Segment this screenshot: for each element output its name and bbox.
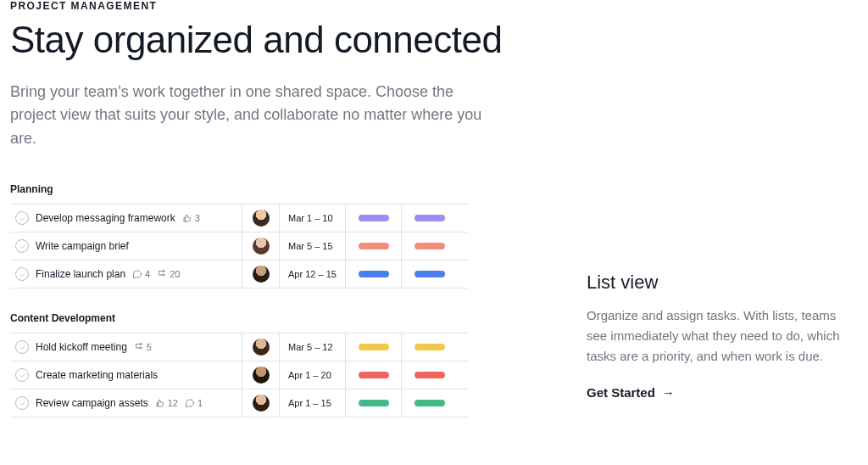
likes-count: 12 [168,398,178,408]
check-circle-icon[interactable] [15,368,29,382]
task-title-cell: Create marketing materials [10,361,242,389]
date-cell: Mar 5 – 15 [280,232,346,260]
task-title: Write campaign brief [36,240,129,252]
assignee-cell [242,232,280,260]
task-title: Finalize launch plan [36,268,125,280]
tag-cell [402,261,458,288]
task-title-cell: Review campaign assets121 [10,389,242,417]
check-circle-icon[interactable] [15,267,29,281]
avatar [253,395,270,412]
color-pill [359,215,389,221]
tag-cell [402,389,458,417]
task-title: Create marketing materials [36,369,158,381]
eyebrow-label: PROJECT MANAGEMENT [10,0,536,12]
task-title-cell: Finalize launch plan420 [10,261,242,288]
color-pill [359,372,389,378]
color-pill [415,372,445,378]
section-label: Content Development [10,312,468,324]
comment-icon: 1 [185,398,203,408]
tag-cell [346,361,402,389]
assignee-cell [242,389,280,417]
avatar [253,238,270,255]
color-pill [415,344,445,350]
task-row[interactable]: Finalize launch plan420Apr 12 – 15 [10,261,468,289]
subtasks-count: 5 [147,342,152,352]
date-cell: Mar 1 – 10 [280,204,346,232]
svg-point-2 [140,344,142,345]
tag-cell [402,232,458,260]
task-title: Hold kickoff meeting [36,341,127,353]
date-cell: Apr 1 – 20 [280,361,346,389]
task-table: Develop messaging framework3Mar 1 – 10Wr… [10,204,468,289]
task-table: Hold kickoff meeting5Mar 5 – 12Create ma… [10,333,468,417]
sidebar-body: Organize and assign tasks. With lists, t… [587,305,851,367]
assignee-cell [242,204,280,232]
arrow-right-icon: → [662,385,675,400]
svg-point-0 [163,271,164,272]
color-pill [415,400,445,406]
color-pill [415,271,445,277]
likes-count: 3 [195,213,200,223]
color-pill [359,400,389,406]
task-row[interactable]: Hold kickoff meeting5Mar 5 – 12 [10,333,468,361]
task-title: Review campaign assets [36,397,148,409]
sidebar-heading: List view [587,272,851,294]
color-pill [359,271,389,277]
date-cell: Mar 5 – 12 [280,333,346,361]
task-list: PlanningDevelop messaging framework3Mar … [10,183,468,417]
tag-cell [346,261,402,288]
svg-point-3 [140,347,142,349]
section-label: Planning [10,183,468,195]
avatar [253,367,270,384]
color-pill [359,243,389,249]
subtasks-icon: 20 [157,269,180,279]
avatar [253,210,270,227]
date-cell: Apr 1 – 15 [280,389,346,417]
tag-cell [346,204,402,232]
date-cell: Apr 12 – 15 [280,261,346,288]
subtasks-count: 20 [170,269,180,279]
check-circle-icon[interactable] [15,396,29,410]
tag-cell [402,333,458,361]
tag-cell [402,204,458,232]
task-row[interactable]: Review campaign assets121Apr 1 – 15 [10,389,468,417]
task-row[interactable]: Develop messaging framework3Mar 1 – 10 [10,204,468,232]
assignee-cell [242,261,280,288]
comments-count: 1 [198,398,203,408]
assignee-cell [242,333,280,361]
subtasks-icon: 5 [134,342,152,352]
avatar [253,339,270,356]
check-circle-icon[interactable] [15,239,29,253]
tag-cell [346,232,402,260]
tag-cell [346,333,402,361]
comment-icon: 4 [132,269,150,279]
page-headline: Stay organized and connected [10,19,536,62]
comments-count: 4 [145,269,150,279]
color-pill [415,215,445,221]
page-subhead: Bring your team’s work together in one s… [10,81,485,152]
get-started-link[interactable]: Get Started → [587,385,675,400]
tag-cell [402,361,458,389]
check-circle-icon[interactable] [15,340,29,354]
color-pill [415,243,445,249]
task-title-cell: Hold kickoff meeting5 [10,333,242,361]
thumbs-up-icon: 3 [182,213,200,223]
task-row[interactable]: Create marketing materialsApr 1 – 20 [10,361,468,389]
color-pill [359,344,389,350]
avatar [253,266,270,283]
thumbs-up-icon: 12 [155,398,178,408]
svg-point-1 [163,274,164,276]
tag-cell [346,389,402,417]
check-circle-icon[interactable] [15,211,29,225]
task-title-cell: Develop messaging framework3 [10,204,242,232]
cta-label: Get Started [587,385,655,400]
assignee-cell [242,361,280,389]
task-row[interactable]: Write campaign briefMar 5 – 15 [10,232,468,261]
task-title-cell: Write campaign brief [10,232,242,260]
task-title: Develop messaging framework [36,212,175,224]
